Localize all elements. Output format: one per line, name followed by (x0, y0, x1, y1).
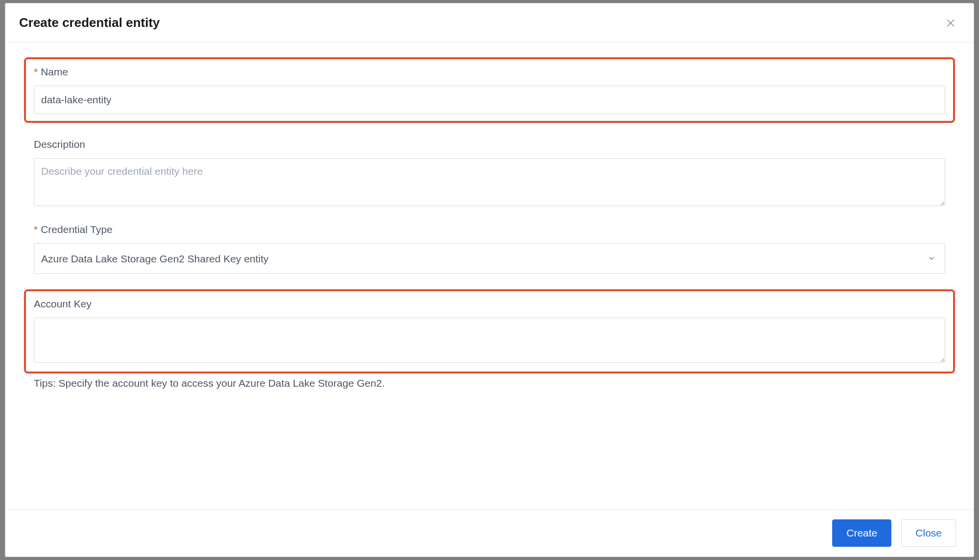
modal-title: Create credential entity (19, 15, 160, 30)
modal-header: Create credential entity (5, 3, 974, 43)
required-mark-icon: * (34, 66, 38, 77)
create-credential-entity-modal: Create credential entity *Name Descripti… (5, 3, 974, 557)
credential-type-select[interactable]: Azure Data Lake Storage Gen2 Shared Key … (34, 243, 945, 274)
name-input[interactable] (34, 86, 945, 114)
name-field-group: *Name (24, 57, 955, 123)
account-key-label: Account Key (34, 298, 945, 310)
description-textarea[interactable] (34, 158, 945, 206)
close-icon[interactable] (945, 18, 956, 28)
credential-type-label-text: Credential Type (41, 224, 113, 235)
credential-type-field-group: *Credential Type Azure Data Lake Storage… (34, 224, 945, 274)
modal-body: *Name Description *Credential Type Azure… (5, 43, 974, 509)
required-mark-icon: * (34, 224, 38, 235)
name-label: *Name (34, 66, 945, 78)
name-label-text: Name (41, 66, 68, 77)
account-key-textarea[interactable] (34, 318, 945, 363)
create-button[interactable]: Create (832, 519, 891, 547)
modal-footer: Create Close (5, 509, 974, 557)
credential-type-select-wrap: Azure Data Lake Storage Gen2 Shared Key … (34, 243, 945, 274)
description-label: Description (34, 139, 945, 150)
account-key-field-group: Account Key (24, 289, 955, 373)
credential-type-label: *Credential Type (34, 224, 945, 235)
account-key-tips: Tips: Specify the account key to access … (34, 377, 945, 389)
description-field-group: Description (34, 139, 945, 208)
close-button[interactable]: Close (901, 519, 956, 547)
